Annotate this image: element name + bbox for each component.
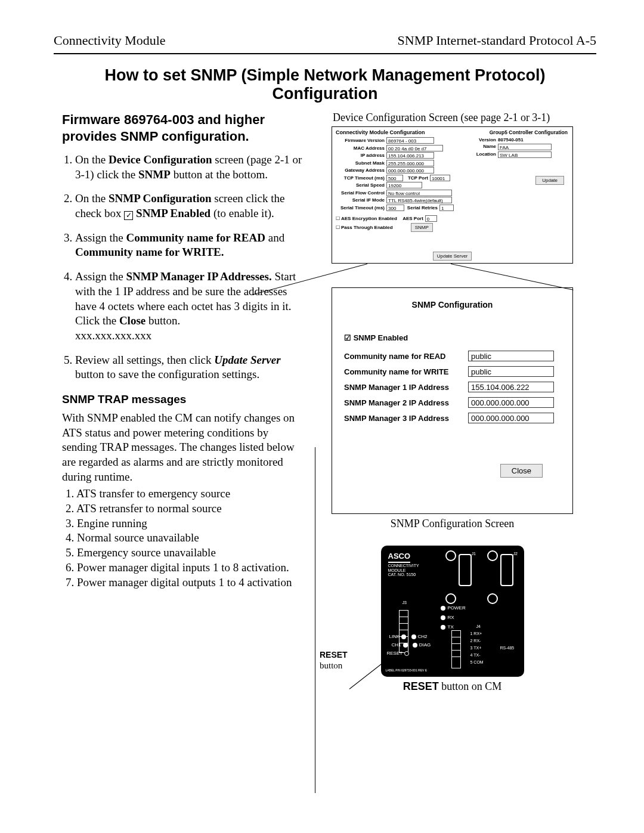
firmware-version-field[interactable]: 869764 - 003 <box>386 137 434 144</box>
device-config-caption: Device Configuration Screen (see page 2-… <box>320 112 596 124</box>
asco-logo: ASCO <box>388 552 411 563</box>
tcp-timeout-field[interactable]: 500 <box>386 175 403 181</box>
terminal-block-icon <box>451 630 461 668</box>
header-left: Connectivity Module <box>54 33 166 48</box>
snmp-config-screenshot: SNMP Configuration ☑ SNMP Enabled Commun… <box>332 287 573 514</box>
trap-item: 1. ATS transfer to emergency source <box>66 487 304 501</box>
snmp-manager-3-input[interactable]: 000.000.000.000 <box>468 413 554 423</box>
step-2: On the SNMP Configuration screen click t… <box>75 191 304 221</box>
snmp-manager-1-input[interactable]: 155.104.006.222 <box>468 382 554 392</box>
led-icon <box>441 615 445 620</box>
hardware-caption: RESET button on CM <box>332 680 573 693</box>
led-icon <box>441 625 445 630</box>
serial-if-select[interactable]: TTL RS485-4wire(default) <box>386 197 452 203</box>
step-1: On the Device Configuration screen (page… <box>75 153 304 182</box>
serial-flow-select[interactable]: No flow control <box>386 190 452 196</box>
ip-address-field[interactable]: 155.104.006.213 <box>386 152 434 159</box>
trap-paragraph: With SNMP enabled the CM can notify chan… <box>62 411 304 484</box>
snmp-caption: SNMP Configuration Screen <box>332 518 573 530</box>
aes-checkbox[interactable]: ☐ <box>336 216 340 221</box>
firmware-subheading: Firmware 869764-003 and higher provides … <box>62 112 304 144</box>
callout-lines <box>332 264 573 287</box>
update-server-button[interactable]: Update Server <box>433 252 472 261</box>
screw-icon <box>445 550 456 561</box>
group5-panel: Group5 Controller Configuration Version8… <box>472 129 568 159</box>
trap-list: 1. ATS transfer to emergency source 2. A… <box>66 487 304 590</box>
page-header: Connectivity Module SNMP Internet-standa… <box>54 33 596 53</box>
hardware-diagram-wrap: ASCO CONNECTIVITY MODULE CAT. NO. 5150 J… <box>332 546 573 677</box>
header-rule <box>54 53 596 54</box>
left-column: Firmware 869764-003 and higher provides … <box>54 112 304 693</box>
port-j1-icon <box>459 554 472 586</box>
right-column: Device Configuration Screen (see page 2-… <box>320 112 596 693</box>
led-icon <box>413 643 417 648</box>
led-icon <box>411 634 416 639</box>
serial-retries-select[interactable]: 1 <box>439 205 454 211</box>
column-divider <box>315 447 315 793</box>
page-title: How to set SNMP (Simple Network Manageme… <box>54 66 596 103</box>
hardware-module-diagram: ASCO CONNECTIVITY MODULE CAT. NO. 5150 J… <box>381 546 524 677</box>
screw-icon <box>487 593 498 604</box>
step-4: Assign the SNMP Manager IP Addresses. St… <box>75 270 304 343</box>
snmp-title: SNMP Configuration <box>344 300 561 309</box>
trap-item: 7. Power manager digital outputs 1 to 4 … <box>66 575 304 590</box>
serial-timeout-select[interactable]: 300 <box>386 205 404 211</box>
close-button[interactable]: Close <box>500 464 543 478</box>
header-right: SNMP Internet-standard Protocol A-5 <box>398 33 596 48</box>
community-write-input[interactable]: public <box>468 366 554 377</box>
checkbox-icon: ✓ <box>124 211 133 220</box>
snmp-button[interactable]: SNMP <box>411 223 433 232</box>
g5-name-field[interactable]: FAA <box>498 144 552 150</box>
reset-button-icon <box>404 651 409 656</box>
screw-icon <box>445 593 456 604</box>
g5-location-field[interactable]: SW LAB <box>498 151 552 158</box>
community-read-input[interactable]: public <box>468 351 554 361</box>
serial-speed-select[interactable]: 19200 <box>386 182 422 188</box>
snmp-enabled-checkbox[interactable]: ☑ <box>344 333 351 342</box>
trap-item: 2. ATS retransfer to normal source <box>66 501 304 516</box>
reset-label: RESETbutton <box>320 649 348 671</box>
steps-list: On the Device Configuration screen (page… <box>62 153 304 382</box>
tcp-port-field[interactable]: 10001 <box>430 175 450 181</box>
led-icon <box>401 634 406 639</box>
trap-item: 5. Emergency source unavailable <box>66 546 304 561</box>
port-j2-icon <box>500 554 513 586</box>
device-config-screenshot: Connectivity Module Configuration Firmwa… <box>332 126 573 264</box>
g5-update-button[interactable]: Update <box>535 176 564 185</box>
gateway-field[interactable]: 000.000.000.000 <box>386 167 434 174</box>
passthrough-checkbox[interactable]: ☐ <box>336 225 340 230</box>
step-5: Review all settings, then click Update S… <box>75 353 304 382</box>
aes-port-field[interactable]: 0 <box>425 215 437 222</box>
trap-heading: SNMP TRAP messages <box>62 393 304 406</box>
mac-address-field[interactable]: 00 20 4a d0 0e d7 <box>386 145 443 151</box>
step-3: Assign the Community name for READ and C… <box>75 231 304 260</box>
led-icon <box>403 643 408 648</box>
led-icon <box>441 606 445 611</box>
trap-item: 6. Power manager digital inputs 1 to 8 a… <box>66 561 304 575</box>
screw-icon <box>487 550 498 561</box>
trap-item: 4. Normal source unavailable <box>66 531 304 546</box>
trap-item: 3. Engine running <box>66 516 304 531</box>
subnet-mask-field[interactable]: 255.255.000.000 <box>386 160 434 166</box>
snmp-manager-2-input[interactable]: 000.000.000.000 <box>468 397 554 408</box>
